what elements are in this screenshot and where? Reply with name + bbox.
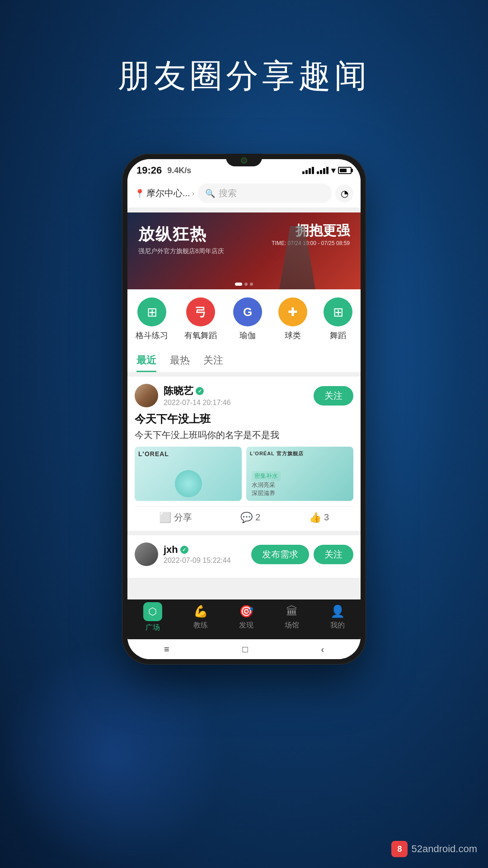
user-name-0: 陈晓艺 ✓	[164, 384, 231, 398]
banner-title: 放纵狂热	[138, 223, 224, 245]
product-images-0: L'OREAL L'ORÉAL 官方旗舰店 密集补水 水润亮采 深层滋养	[135, 447, 353, 501]
user-info-0: 陈晓艺 ✓ 2022-07-14 20:17:46	[164, 384, 231, 407]
product-desc-2: 深层滋养	[252, 489, 281, 497]
signal-icon	[302, 167, 314, 174]
banner-dot-1[interactable]	[235, 283, 242, 286]
system-home-button[interactable]: □	[242, 644, 248, 655]
system-menu-button[interactable]: ≡	[164, 644, 169, 655]
post-header-1: jxh ✓ 2022-07-09 15:22:44 发布需求 关注	[135, 542, 353, 566]
comment-count: 2	[255, 512, 260, 523]
nav-icon-mine: 👤	[330, 604, 345, 619]
location-text: 摩尔中心...	[146, 187, 190, 199]
user-name-1: jxh ✓	[164, 544, 231, 556]
category-label-3: 球类	[285, 330, 301, 341]
post-user-0: 陈晓艺 ✓ 2022-07-14 20:17:46	[135, 384, 231, 407]
loreal-logo-2: L'ORÉAL 官方旗舰店	[250, 450, 304, 457]
verified-badge-1: ✓	[180, 546, 188, 554]
nav-label-coach: 教练	[193, 621, 208, 630]
nav-icon-venue: 🏛	[285, 604, 299, 619]
nav-item-venue[interactable]: 🏛 场馆	[285, 604, 299, 630]
category-icon-3: ✚	[278, 297, 307, 326]
system-back-button[interactable]: ‹	[321, 644, 324, 655]
post-actions-0: ⬜ 分享 💬 2 👍 3	[135, 506, 353, 524]
wifi-icon: ▾	[331, 165, 335, 175]
tab-follow[interactable]: 关注	[203, 354, 223, 372]
location-icon: 📍	[135, 189, 145, 198]
system-navigation: ≡ □ ‹	[127, 639, 361, 659]
page-headline: 朋友圈分享趣闻	[0, 54, 488, 98]
product-circle-1	[175, 470, 202, 497]
comment-button[interactable]: 💬 2	[240, 512, 260, 524]
nav-item-discover[interactable]: 🎯 发现	[239, 604, 253, 630]
like-count: 3	[324, 512, 329, 523]
category-item-3[interactable]: ✚ 球类	[278, 297, 307, 341]
category-item-4[interactable]: ⊞ 舞蹈	[324, 297, 352, 341]
verified-badge-0: ✓	[196, 387, 204, 395]
product-desc-1: 水润亮采	[252, 481, 281, 489]
nav-item-plaza[interactable]: ⬡ 广场	[143, 602, 162, 632]
publish-need-button[interactable]: 发布需求	[251, 545, 309, 564]
category-label-0: 格斗练习	[136, 330, 168, 341]
share-icon: ⬜	[159, 512, 171, 524]
nav-item-mine[interactable]: 👤 我的	[330, 604, 345, 630]
post-time-0: 2022-07-14 20:17:46	[164, 399, 231, 407]
post-card-0: 陈晓艺 ✓ 2022-07-14 20:17:46 关注 今天下午没上班 今天下…	[127, 377, 361, 531]
search-input[interactable]: 🔍 搜索	[198, 184, 332, 203]
phone-mockup: 19:26 9.4K/s ▾	[122, 154, 366, 665]
search-bar[interactable]: 📍 摩尔中心... › 🔍 搜索 ◔	[127, 179, 361, 208]
product-tag: 密集补水	[252, 471, 281, 481]
notification-button[interactable]: ◔	[335, 184, 353, 203]
watermark-text: 52android.com	[411, 843, 477, 855]
category-item-1[interactable]: 弓 有氧舞蹈	[184, 297, 217, 341]
loreal-logo: L'OREAL	[138, 450, 169, 458]
post-title-0: 今天下午没上班	[135, 412, 353, 426]
tab-recent[interactable]: 最近	[136, 354, 156, 372]
tab-hot[interactable]: 最热	[170, 354, 190, 372]
follow-button-0[interactable]: 关注	[314, 386, 353, 406]
like-button[interactable]: 👍 3	[309, 512, 329, 524]
user-info-1: jxh ✓ 2022-07-09 15:22:44	[164, 544, 231, 565]
category-icon-2: G	[233, 297, 262, 326]
watermark: 8 52android.com	[391, 841, 477, 857]
chevron-right-icon: ›	[192, 189, 194, 198]
category-icon-4: ⊞	[324, 297, 352, 326]
avatar-1	[135, 542, 158, 566]
product-image-2[interactable]: L'ORÉAL 官方旗舰店 密集补水 水润亮采 深层滋养	[246, 447, 353, 501]
content-area: 放纵狂热 强尼户外官方旗舰店8周年店庆 拥抱更强 TIME: 07/24 10:…	[127, 208, 361, 659]
nav-label-discover: 发现	[239, 621, 253, 630]
banner-left-text: 放纵狂热 强尼户外官方旗舰店8周年店庆	[138, 223, 224, 255]
category-icon-0: ⊞	[137, 297, 166, 326]
front-camera	[241, 157, 247, 164]
share-button[interactable]: ⬜ 分享	[159, 511, 192, 524]
banner-time: TIME: 07/24 10:00 - 07/25 08:59	[272, 240, 350, 246]
follow-button-1[interactable]: 关注	[314, 545, 353, 564]
promotional-banner[interactable]: 放纵狂热 强尼户外官方旗舰店8周年店庆 拥抱更强 TIME: 07/24 10:…	[127, 212, 361, 289]
post-card-1: jxh ✓ 2022-07-09 15:22:44 发布需求 关注	[127, 535, 361, 578]
banner-dot-3[interactable]	[250, 283, 253, 286]
phone-notch	[226, 154, 262, 166]
category-item-0[interactable]: ⊞ 格斗练习	[136, 297, 168, 341]
nav-icon-coach: 💪	[193, 604, 208, 619]
status-icons: ▾	[302, 165, 352, 175]
battery-icon	[338, 167, 352, 174]
location-pill[interactable]: 📍 摩尔中心... ›	[135, 187, 194, 199]
search-placeholder: 搜索	[219, 187, 237, 199]
post-feed: 陈晓艺 ✓ 2022-07-14 20:17:46 关注 今天下午没上班 今天下…	[127, 372, 361, 599]
nav-icon-discover: 🎯	[239, 604, 253, 619]
nav-item-coach[interactable]: 💪 教练	[193, 604, 208, 630]
watermark-logo: 8	[391, 841, 408, 857]
avatar-0	[135, 384, 158, 407]
banner-dot-2[interactable]	[244, 283, 248, 286]
category-item-2[interactable]: G 瑜伽	[233, 297, 262, 341]
post-header-0: 陈晓艺 ✓ 2022-07-14 20:17:46 关注	[135, 384, 353, 407]
product-image-1[interactable]: L'OREAL	[135, 447, 242, 501]
status-speed: 9.4K/s	[167, 166, 191, 175]
banner-right-text: 拥抱更强 TIME: 07/24 10:00 - 07/25 08:59	[272, 222, 350, 246]
post-user-1: jxh ✓ 2022-07-09 15:22:44	[135, 542, 231, 566]
bottom-navigation: ⬡ 广场 💪 教练 🎯 发现 🏛 场馆	[127, 599, 361, 639]
bell-icon: ◔	[341, 188, 348, 199]
category-label-4: 舞蹈	[330, 330, 346, 341]
banner-right-title: 拥抱更强	[272, 222, 350, 240]
like-icon: 👍	[309, 512, 321, 524]
search-icon: 🔍	[205, 189, 215, 198]
